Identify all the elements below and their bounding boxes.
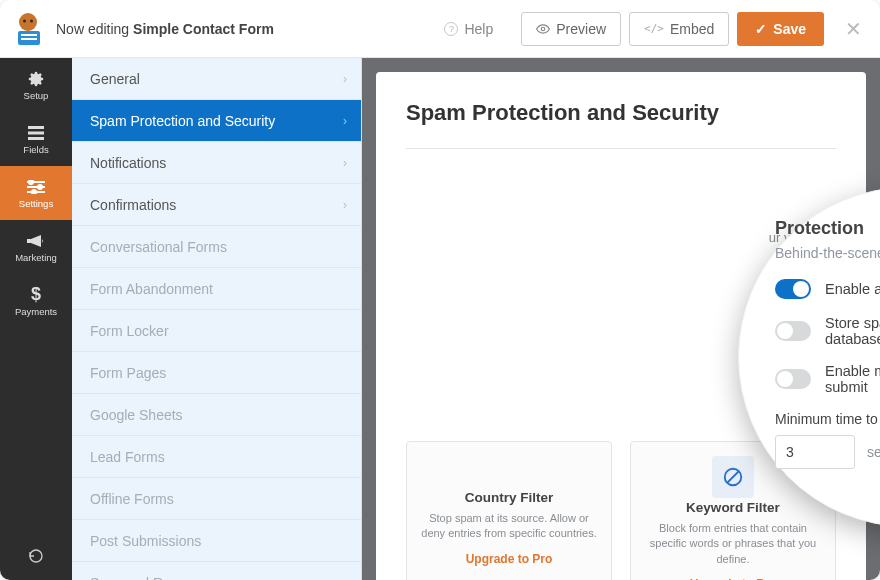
svg-rect-9 [28,131,44,134]
min-time-input[interactable] [775,435,855,469]
card-desc: Block form entries that contain specific… [645,521,821,567]
check-icon: ✓ [755,21,767,37]
rail-marketing[interactable]: Marketing [0,220,72,274]
embed-button[interactable]: </> Embed [629,12,729,46]
toggle-label: Enable minimum time to submit [825,363,880,395]
main-area: Setup Fields Settings Marketing $ Paymen… [0,58,880,580]
sidebar-item-lead-forms[interactable]: Lead Forms [72,436,361,478]
svg-point-0 [19,13,37,31]
dollar-icon: $ [27,286,45,304]
help-link[interactable]: ? Help [444,21,493,37]
sidebar-item-general[interactable]: General› [72,58,361,100]
chevron-right-icon: › [343,72,347,86]
card-title: Country Filter [465,490,554,505]
icon-rail: Setup Fields Settings Marketing $ Paymen… [0,58,72,580]
top-bar: Now editing Simple Contact Form ? Help P… [0,0,880,58]
sidebar-item-offline-forms[interactable]: Offline Forms [72,478,361,520]
preview-label: Preview [556,21,606,37]
rail-fields[interactable]: Fields [0,112,72,166]
upgrade-link[interactable]: Upgrade to Pro [466,552,553,566]
svg-line-18 [728,471,739,482]
eye-icon [536,22,550,36]
rail-setup-label: Setup [24,90,49,101]
toggle-anti-spam: Enable anti-spam protection? [775,279,880,299]
min-time-toggle[interactable] [775,369,811,389]
sidebar-item-spam-protection[interactable]: Spam Protection and Security› [72,100,361,142]
rail-payments-label: Payments [15,306,57,317]
rail-history[interactable] [0,536,72,580]
svg-point-15 [38,185,42,189]
rail-settings[interactable]: Settings [0,166,72,220]
protection-heading: Protection [775,218,880,239]
help-label: Help [464,21,493,37]
panel-title: Spam Protection and Security [406,100,836,126]
svg-point-2 [30,19,33,22]
svg-point-1 [23,19,26,22]
svg-point-14 [29,180,33,184]
divider [406,148,836,149]
history-icon [28,548,44,568]
min-time-unit: seconds [867,444,880,460]
toggle-label: Enable anti-spam protection [825,281,880,297]
settings-sidebar: General› Spam Protection and Security› N… [72,58,362,580]
svg-rect-5 [21,38,37,40]
chevron-right-icon: › [343,156,347,170]
sidebar-item-form-locker[interactable]: Form Locker [72,310,361,352]
rail-marketing-label: Marketing [15,252,57,263]
save-button[interactable]: ✓ Save [737,12,824,46]
list-icon [27,124,45,142]
svg-rect-8 [28,126,44,129]
protection-subtitle: Behind-the-scenes spam filtering that's … [775,245,880,261]
content-panel: Spam Protection and Security ur visitors… [362,58,880,580]
card-desc: Stop spam at its source. Allow or deny e… [421,511,597,542]
sidebar-item-post-submissions[interactable]: Post Submissions [72,520,361,562]
preview-button[interactable]: Preview [521,12,621,46]
rail-payments[interactable]: $ Payments [0,274,72,328]
editing-prefix: Now editing [56,21,129,37]
card-title: Keyword Filter [686,500,780,515]
rail-settings-label: Settings [19,198,53,209]
sidebar-item-save-and-resume[interactable]: Save and Resume [72,562,361,580]
chevron-right-icon: › [343,114,347,128]
form-name: Simple Contact Form [133,21,274,37]
help-icon: ? [444,22,458,36]
close-button[interactable]: ✕ [840,17,866,41]
svg-point-6 [542,27,546,31]
megaphone-icon [27,232,45,250]
toggle-min-time: Enable minimum time to submit? [775,363,880,395]
svg-rect-4 [21,34,37,36]
min-time-row: seconds [775,435,880,469]
card-country-filter: Country Filter Stop spam at its source. … [406,441,612,580]
sidebar-item-conversational-forms[interactable]: Conversational Forms [72,226,361,268]
anti-spam-toggle[interactable] [775,279,811,299]
code-icon: </> [644,22,664,35]
sidebar-item-form-pages[interactable]: Form Pages [72,352,361,394]
filter-cards: Country Filter Stop spam at its source. … [406,441,836,580]
chevron-right-icon: › [343,198,347,212]
save-label: Save [773,21,806,37]
store-spam-toggle[interactable] [775,321,811,341]
svg-point-16 [32,190,36,194]
svg-rect-10 [28,137,44,140]
sliders-icon [27,178,45,196]
sidebar-item-form-abandonment[interactable]: Form Abandonment [72,268,361,310]
rail-fields-label: Fields [23,144,48,155]
sidebar-item-notifications[interactable]: Notifications› [72,142,361,184]
gear-icon [27,70,45,88]
toggle-store-spam: Store spam entries in the database [775,315,880,347]
editing-label: Now editing Simple Contact Form [56,21,274,37]
toggle-label: Store spam entries in the database [825,315,880,347]
close-icon: ✕ [845,18,862,40]
min-time-label: Minimum time to submit [775,411,880,427]
wpforms-logo [10,11,46,47]
rail-setup[interactable]: Setup [0,58,72,112]
embed-label: Embed [670,21,714,37]
sidebar-item-confirmations[interactable]: Confirmations› [72,184,361,226]
sidebar-item-google-sheets[interactable]: Google Sheets [72,394,361,436]
block-icon [712,456,754,498]
